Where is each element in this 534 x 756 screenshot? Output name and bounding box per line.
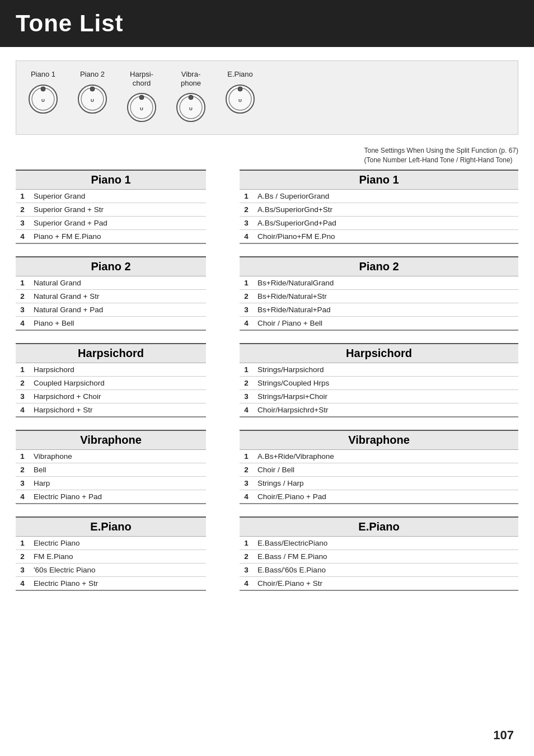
tone-section-e.piano: E.Piano1Electric Piano2FM E.Piano3'60s E… — [16, 516, 206, 591]
tone-number: 3 — [240, 216, 253, 229]
tone-number: 2 — [16, 289, 29, 303]
tone-name: '60s Electric Piano — [29, 563, 206, 576]
knob-vibraphone[interactable]: U — [175, 92, 207, 123]
table-row: 2Bs+Ride/Natural+Str — [240, 289, 518, 303]
table-row: 4Choir/E.Piano + Pad — [240, 490, 518, 504]
table-row: 2Choir / Bell — [240, 463, 518, 476]
svg-point-6 — [90, 87, 95, 91]
table-row: 2FM E.Piano — [16, 550, 206, 563]
svg-text:U: U — [140, 106, 143, 111]
knob-piano2[interactable]: U — [77, 83, 108, 115]
instrument-panel: Piano 1 U Piano 2 U Harpsi- chord U Vibr… — [16, 60, 518, 135]
tone-name: Harpsichord — [29, 363, 206, 377]
svg-point-2 — [41, 87, 45, 91]
tone-number: 4 — [16, 403, 29, 417]
tone-name: Bs+Ride/Natural+Pad — [253, 303, 518, 316]
tone-number: 3 — [16, 303, 29, 316]
tone-number: 1 — [240, 450, 253, 463]
tone-number: 1 — [16, 450, 29, 463]
tone-number: 2 — [240, 550, 253, 563]
tone-name: Choir/Piano+FM E.Pno — [253, 229, 518, 243]
table-row: 4Choir/Harpsichrd+Str — [240, 403, 518, 417]
tone-number: 1 — [240, 363, 253, 377]
table-row: 4Choir / Piano + Bell — [240, 316, 518, 330]
tone-name: Strings/Harpsi+Choir — [253, 389, 518, 403]
table-row: 3Bs+Ride/Natural+Pad — [240, 303, 518, 316]
table-row: 1Natural Grand — [16, 276, 206, 290]
tone-section-vibraphone: Vibraphone1Vibraphone2Bell3Harp4Electric… — [16, 430, 206, 504]
tone-name: Superior Grand + Str — [29, 203, 206, 216]
section-title: Harpsichord — [240, 343, 518, 363]
section-title: Piano 2 — [16, 256, 206, 276]
tone-number: 2 — [16, 376, 29, 389]
section-title: E.Piano — [16, 516, 206, 537]
table-row: 3Strings/Harpsi+Choir — [240, 389, 518, 403]
knob-epiano[interactable]: U — [224, 83, 256, 115]
svg-text:U: U — [41, 98, 45, 103]
tone-section-piano-2: Piano 21Bs+Ride/NaturalGrand2Bs+Ride/Nat… — [240, 256, 518, 331]
tone-name: Choir/Harpsichrd+Str — [253, 403, 518, 417]
tone-name: Superior Grand — [29, 190, 206, 203]
instrument-label-vibraphone: Vibra- phone — [181, 70, 201, 87]
tone-name: Natural Grand + Str — [29, 289, 206, 303]
table-row: 1Strings/Harpsichord — [240, 363, 518, 377]
tone-name: E.Bass / FM E.Piano — [253, 550, 518, 563]
tone-number: 2 — [240, 203, 253, 216]
instrument-label-piano2: Piano 2 — [80, 70, 105, 79]
instrument-item-harpsichord[interactable]: Harpsi- chord U — [126, 70, 157, 123]
tone-name: A.Bs+Ride/Vibraphone — [253, 450, 518, 463]
table-row: 2A.Bs/SuperiorGnd+Str — [240, 203, 518, 216]
tone-name: Choir / Bell — [253, 463, 518, 476]
tone-name: Choir/E.Piano + Pad — [253, 490, 518, 504]
tone-number: 1 — [16, 537, 29, 550]
tone-number: 2 — [240, 463, 253, 476]
table-row: 3Harp — [16, 476, 206, 490]
tone-name: Choir / Piano + Bell — [253, 316, 518, 330]
instrument-item-piano2[interactable]: Piano 2 U — [77, 70, 108, 115]
table-row: 3A.Bs/SuperiorGnd+Pad — [240, 216, 518, 229]
tone-section-piano-1: Piano 11Superior Grand2Superior Grand + … — [16, 170, 206, 244]
tone-number: 1 — [240, 276, 253, 290]
svg-text:U: U — [189, 106, 193, 111]
tone-number: 3 — [240, 303, 253, 316]
tone-name: Piano + FM E.Piano — [29, 229, 206, 243]
table-row: 3Harpsichord + Choir — [16, 389, 206, 403]
table-row: 2Strings/Coupled Hrps — [240, 376, 518, 389]
instrument-label-epiano: E.Piano — [227, 70, 253, 79]
tone-number: 3 — [16, 216, 29, 229]
tone-name: Harpsichord + Str — [29, 403, 206, 417]
table-row: 1A.Bs / SuperiorGrand — [240, 190, 518, 203]
instrument-item-vibraphone[interactable]: Vibra- phone U — [175, 70, 207, 123]
tone-number: 1 — [240, 537, 253, 550]
section-title: Vibraphone — [240, 430, 518, 450]
tone-number: 4 — [16, 490, 29, 504]
tone-name: Coupled Harpsichord — [29, 376, 206, 389]
tone-number: 4 — [240, 229, 253, 243]
tone-name: Bell — [29, 463, 206, 476]
table-row: 4Piano + FM E.Piano — [16, 229, 206, 243]
table-row: 1Electric Piano — [16, 537, 206, 550]
table-row: 3Natural Grand + Pad — [16, 303, 206, 316]
tone-number: 4 — [16, 229, 29, 243]
tone-number: 3 — [240, 476, 253, 490]
table-row: 2Superior Grand + Str — [16, 203, 206, 216]
section-title: Vibraphone — [16, 430, 206, 450]
svg-point-14 — [189, 95, 193, 100]
table-row: 4Piano + Bell — [16, 316, 206, 330]
instrument-item-piano1[interactable]: Piano 1 U — [27, 70, 59, 115]
instrument-item-epiano[interactable]: E.Piano U — [224, 70, 256, 115]
knob-harpsichord[interactable]: U — [126, 92, 157, 123]
section-title: Harpsichord — [16, 343, 206, 363]
table-row: 2Bell — [16, 463, 206, 476]
table-row: 3Strings / Harp — [240, 476, 518, 490]
table-row: 4Choir/Piano+FM E.Pno — [240, 229, 518, 243]
page-title: Tone List — [16, 10, 518, 37]
tone-number: 1 — [16, 190, 29, 203]
tone-name: Bs+Ride/Natural+Str — [253, 289, 518, 303]
tone-name: Electric Piano + Str — [29, 576, 206, 590]
knob-piano1[interactable]: U — [27, 83, 59, 115]
instrument-label-piano1: Piano 1 — [31, 70, 55, 79]
tone-name: Choir/E.Piano + Str — [253, 576, 518, 590]
section-title: E.Piano — [240, 516, 518, 537]
tone-number: 4 — [240, 403, 253, 417]
